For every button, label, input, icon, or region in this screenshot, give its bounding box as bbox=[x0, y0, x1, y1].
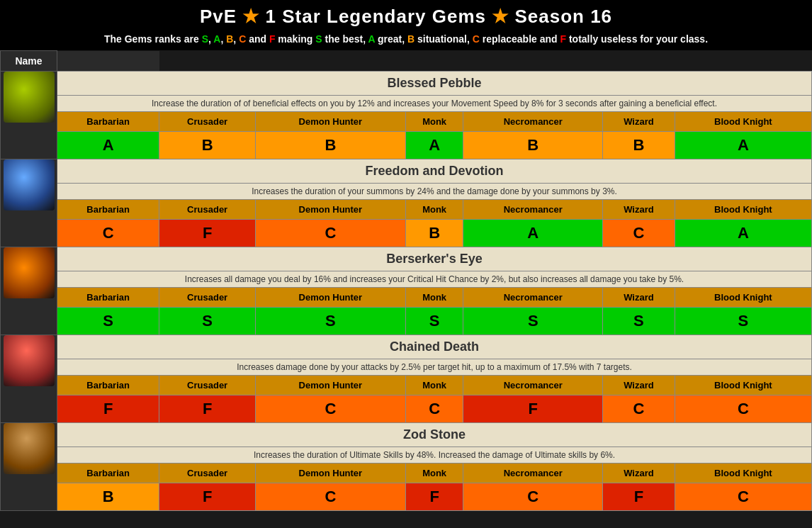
class-header-4-3: Monk bbox=[405, 464, 463, 483]
grade-cell-1-4: A bbox=[463, 220, 603, 247]
class-header-2-0: Barbarian bbox=[57, 288, 159, 308]
grade-cell-3-5: C bbox=[603, 395, 675, 423]
grade-cell-0-6: A bbox=[675, 132, 811, 159]
gem-desc-row-1: Increases the duration of your summons b… bbox=[1, 184, 812, 200]
gem-description-3: Increases damage done by your attacks by… bbox=[57, 359, 812, 376]
class-header-4-0: Barbarian bbox=[57, 464, 159, 483]
class-header-3-4: Necromancer bbox=[463, 376, 603, 395]
class-header-4-2: Demon Hunter bbox=[256, 464, 406, 483]
grade-cell-3-2: C bbox=[256, 395, 406, 423]
grade-cell-2-4: S bbox=[463, 308, 603, 335]
class-header-1-4: Necromancer bbox=[463, 200, 603, 220]
gem-class-row-4: BarbarianCrusaderDemon HunterMonkNecroma… bbox=[1, 464, 812, 483]
grade-cell-0-4: B bbox=[463, 132, 603, 159]
name-col-label: Name bbox=[1, 51, 57, 72]
grade-cell-0-2: B bbox=[256, 132, 406, 159]
gem-grade-row-3: FFCCFCC bbox=[1, 395, 812, 423]
gem-section-title-0: Blessed Pebble bbox=[57, 72, 812, 96]
gem-desc-row-0: Increase the duration of of beneficial e… bbox=[1, 96, 812, 112]
gem-section-title-2: Berserker's Eye bbox=[57, 247, 812, 271]
gem-class-row-2: BarbarianCrusaderDemon HunterMonkNecroma… bbox=[1, 288, 812, 308]
grade-cell-2-6: S bbox=[675, 308, 811, 335]
grade-cell-3-3: C bbox=[405, 395, 463, 423]
class-header-3-6: Blood Knight bbox=[675, 376, 811, 395]
gem-title-row-1: Freedom and Devotion bbox=[1, 159, 812, 184]
grade-cell-3-1: F bbox=[159, 395, 256, 423]
grade-cell-1-0: C bbox=[57, 220, 159, 247]
grade-cell-4-2: C bbox=[256, 483, 406, 511]
class-header-1-0: Barbarian bbox=[57, 200, 159, 220]
title-season: Season 16 bbox=[514, 6, 612, 27]
grade-cell-2-5: S bbox=[603, 308, 675, 335]
grade-cell-0-0: A bbox=[57, 132, 159, 159]
gem-image-0 bbox=[4, 72, 55, 123]
grade-cell-0-3: A bbox=[405, 132, 463, 159]
class-header-3-2: Demon Hunter bbox=[256, 376, 406, 395]
class-header-1-6: Blood Knight bbox=[675, 200, 811, 220]
gem-desc-row-2: Increases all damage you deal by 16% and… bbox=[1, 271, 812, 288]
gem-class-row-1: BarbarianCrusaderDemon HunterMonkNecroma… bbox=[1, 200, 812, 220]
main-table: NameBlessed PebbleIncrease the duration … bbox=[0, 50, 812, 511]
class-header-3-1: Crusader bbox=[159, 376, 256, 395]
grade-cell-3-6: C bbox=[675, 395, 811, 423]
gem-name-img-0 bbox=[1, 72, 57, 159]
class-header-2-4: Necromancer bbox=[463, 288, 603, 308]
gem-description-1: Increases the duration of your summons b… bbox=[57, 184, 812, 200]
class-header-2-2: Demon Hunter bbox=[256, 288, 406, 308]
gem-image-2 bbox=[4, 247, 55, 298]
class-header-0-6: Blood Knight bbox=[675, 112, 811, 132]
class-header-2-5: Wizard bbox=[603, 288, 675, 308]
class-header-1-2: Demon Hunter bbox=[256, 200, 406, 220]
gem-section-title-3: Chained Death bbox=[57, 335, 812, 359]
grade-cell-3-0: F bbox=[57, 395, 159, 423]
grade-cell-4-3: F bbox=[405, 483, 463, 511]
grade-cell-3-4: F bbox=[463, 395, 603, 423]
grade-cell-1-3: B bbox=[405, 220, 463, 247]
gem-image-4 bbox=[4, 423, 55, 474]
grade-cell-1-1: F bbox=[159, 220, 256, 247]
header: PvE ★ 1 Star Legendary Gems ★ Season 16 bbox=[0, 0, 812, 30]
empty-header bbox=[57, 51, 159, 72]
gem-title-row-4: Zod Stone bbox=[1, 423, 812, 447]
gem-name-img-4 bbox=[1, 423, 57, 511]
gem-description-2: Increases all damage you deal by 16% and… bbox=[57, 271, 812, 288]
gem-image-3 bbox=[4, 335, 55, 386]
gem-name-img-3 bbox=[1, 335, 57, 423]
grade-cell-0-5: B bbox=[603, 132, 675, 159]
class-header-4-6: Blood Knight bbox=[675, 464, 811, 483]
gem-description-4: Increases the duration of Ultimate Skill… bbox=[57, 447, 812, 464]
class-header-0-2: Demon Hunter bbox=[256, 112, 406, 132]
class-header-3-5: Wizard bbox=[603, 376, 675, 395]
grade-cell-4-1: F bbox=[159, 483, 256, 511]
gem-desc-row-4: Increases the duration of Ultimate Skill… bbox=[1, 447, 812, 464]
grade-cell-1-5: C bbox=[603, 220, 675, 247]
gem-title-row-0: Blessed Pebble bbox=[1, 72, 812, 96]
grade-cell-2-0: S bbox=[57, 308, 159, 335]
class-header-4-5: Wizard bbox=[603, 464, 675, 483]
class-header-0-1: Crusader bbox=[159, 112, 256, 132]
page-wrapper: PvE ★ 1 Star Legendary Gems ★ Season 16 … bbox=[0, 0, 812, 511]
page-title: PvE ★ 1 Star Legendary Gems ★ Season 16 bbox=[3, 6, 809, 28]
gem-image-1 bbox=[4, 159, 55, 210]
gem-name-img-2 bbox=[1, 247, 57, 335]
gem-grade-row-2: SSSSSSS bbox=[1, 308, 812, 335]
class-header-1-3: Monk bbox=[405, 200, 463, 220]
class-header-2-6: Blood Knight bbox=[675, 288, 811, 308]
grade-cell-4-0: B bbox=[57, 483, 159, 511]
gem-title-row-2: Berserker's Eye bbox=[1, 247, 812, 271]
class-header-0-0: Barbarian bbox=[57, 112, 159, 132]
grade-cell-0-1: B bbox=[159, 132, 256, 159]
class-header-0-3: Monk bbox=[405, 112, 463, 132]
grade-cell-1-2: C bbox=[256, 220, 406, 247]
gem-class-row-3: BarbarianCrusaderDemon HunterMonkNecroma… bbox=[1, 376, 812, 395]
grade-cell-2-3: S bbox=[405, 308, 463, 335]
gem-class-row-0: BarbarianCrusaderDemon HunterMonkNecroma… bbox=[1, 112, 812, 132]
grade-cell-4-6: C bbox=[675, 483, 811, 511]
gem-name-img-1 bbox=[1, 159, 57, 247]
gem-grade-row-1: CFCBACA bbox=[1, 220, 812, 247]
gem-desc-row-3: Increases damage done by your attacks by… bbox=[1, 359, 812, 376]
class-header-4-1: Crusader bbox=[159, 464, 256, 483]
gem-section-title-1: Freedom and Devotion bbox=[57, 159, 812, 184]
class-header-1-5: Wizard bbox=[603, 200, 675, 220]
grade-cell-4-5: F bbox=[603, 483, 675, 511]
